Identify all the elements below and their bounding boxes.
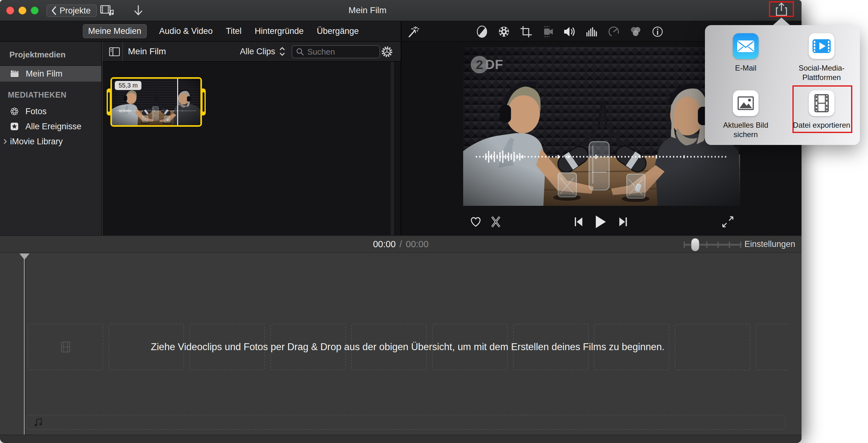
tab-uebergaenge[interactable]: Übergänge bbox=[316, 25, 360, 38]
clip-placeholder bbox=[270, 324, 346, 370]
next-frame-button[interactable] bbox=[615, 214, 631, 230]
clip-trim-handle-right[interactable] bbox=[201, 88, 206, 115]
tab-hintergruende[interactable]: Hintergründe bbox=[254, 25, 304, 38]
volume-button[interactable] bbox=[563, 25, 577, 39]
fullscreen-arrows-icon bbox=[721, 215, 734, 228]
clip-placeholder bbox=[189, 324, 265, 370]
crop-button[interactable] bbox=[519, 25, 533, 39]
import-button[interactable] bbox=[131, 4, 146, 18]
speed-button[interactable] bbox=[607, 25, 621, 39]
minimize-window-button[interactable] bbox=[19, 7, 26, 14]
magic-wand-icon bbox=[407, 25, 419, 38]
viewer-controls bbox=[463, 211, 740, 232]
audio-track-placeholder bbox=[26, 415, 786, 430]
browser-settings-button[interactable] bbox=[380, 46, 394, 58]
share-option-email[interactable]: E-Mail bbox=[709, 33, 782, 73]
imovie-window: Projekte Mein Film bbox=[0, 0, 802, 443]
enhance-button[interactable] bbox=[406, 25, 420, 39]
content-tab-band: Meine Medien Audio & Video Titel Hinterg… bbox=[0, 21, 802, 42]
media-browser-button[interactable] bbox=[100, 4, 114, 18]
gear-icon bbox=[381, 46, 393, 58]
sidebar-item-alle-ereignisse[interactable]: Alle Ereignisse bbox=[0, 119, 101, 134]
sidebar-item-fotos[interactable]: Fotos bbox=[0, 104, 101, 119]
clip-filter-dropdown[interactable]: Alle Clips bbox=[240, 42, 285, 61]
color-correction-button[interactable] bbox=[497, 25, 511, 39]
skimmer-playhead[interactable] bbox=[177, 79, 178, 125]
time-display: 00:00 / 00:00 bbox=[0, 236, 802, 252]
play-button[interactable] bbox=[592, 214, 609, 230]
eq-bars-icon bbox=[585, 25, 598, 38]
close-window-button[interactable] bbox=[6, 7, 14, 14]
noise-equalizer-button[interactable] bbox=[585, 25, 599, 39]
sidebar-item-mein-film[interactable]: Mein Film bbox=[0, 66, 101, 82]
tab-audio-video[interactable]: Audio & Video bbox=[159, 25, 214, 38]
sidebar-item-label: Fotos bbox=[25, 107, 47, 116]
disclosure-chevron-icon bbox=[2, 138, 7, 145]
filters-button[interactable] bbox=[628, 25, 643, 39]
projects-back-button[interactable]: Projekte bbox=[46, 4, 97, 17]
toggle-sidebar-button[interactable] bbox=[107, 46, 121, 57]
timeline-settings-button[interactable]: Einstellungen bbox=[744, 236, 795, 252]
zdf-watermark: 2 DF bbox=[471, 56, 503, 73]
share-popover: E-Mail Social-Media-Plattformen bbox=[705, 25, 860, 145]
clip-placeholder bbox=[513, 324, 589, 370]
clip-trim-handle-left[interactable] bbox=[106, 88, 111, 115]
overlap-circles-icon bbox=[629, 25, 642, 38]
favorite-button[interactable] bbox=[468, 214, 484, 230]
timeline-header: 00:00 / 00:00 Einstellungen bbox=[0, 235, 802, 253]
tab-titel[interactable]: Titel bbox=[225, 25, 242, 38]
slider-thumb[interactable] bbox=[691, 238, 699, 251]
search-icon bbox=[296, 48, 304, 56]
sidebar-section-projects: Projektmedien bbox=[0, 42, 101, 65]
clip-placeholder bbox=[108, 324, 184, 370]
media-clip[interactable]: 55,3 m bbox=[111, 77, 202, 127]
fullscreen-button[interactable] bbox=[720, 214, 736, 230]
annotation-export-highlight bbox=[793, 85, 852, 133]
info-button[interactable] bbox=[650, 25, 665, 39]
zoom-window-button[interactable] bbox=[31, 7, 38, 14]
share-option-social-media[interactable]: Social-Media-Plattformen bbox=[785, 33, 858, 82]
sidebar-section-libraries: MEDIATHEKEN bbox=[0, 82, 101, 104]
popover-arrow bbox=[773, 18, 790, 25]
libraries-sidebar: Projektmedien Mein Film MEDIATHEKEN bbox=[0, 42, 102, 235]
video-preview[interactable]: 2 DF bbox=[463, 47, 740, 206]
previous-frame-button[interactable] bbox=[570, 214, 587, 230]
stabilization-button[interactable] bbox=[540, 25, 555, 39]
timeline-playhead-handle[interactable] bbox=[20, 254, 29, 260]
tab-meine-medien[interactable]: Meine Medien bbox=[83, 24, 147, 38]
social-media-icon bbox=[809, 33, 834, 59]
sidebar-toggle-icon bbox=[109, 48, 120, 56]
timeline-zoom-slider[interactable] bbox=[684, 240, 742, 249]
film-note-icon bbox=[100, 5, 114, 16]
sidebar-item-label: Mein Film bbox=[26, 69, 62, 79]
clip-placeholder bbox=[675, 324, 750, 370]
play-icon bbox=[594, 215, 607, 229]
share-option-save-frame[interactable]: Aktuelles Bild sichern bbox=[705, 90, 786, 139]
clip-placeholder-row bbox=[28, 324, 788, 370]
clip-duration-badge: 55,3 m bbox=[115, 81, 142, 90]
clip-placeholder bbox=[432, 324, 508, 370]
total-time: 00:00 bbox=[406, 239, 429, 249]
share-option-label: E-Mail bbox=[714, 63, 777, 73]
window-bottom-strip bbox=[0, 435, 802, 443]
info-icon bbox=[651, 25, 664, 38]
current-time: 00:00 bbox=[373, 239, 396, 249]
sidebar-item-imovie-library[interactable]: iMovie Library bbox=[0, 134, 101, 149]
color-balance-button[interactable] bbox=[475, 25, 489, 39]
search-input[interactable] bbox=[307, 47, 370, 57]
music-note-icon bbox=[34, 418, 43, 427]
header-divider bbox=[122, 42, 123, 61]
clip-placeholder bbox=[756, 324, 788, 370]
media-tabs: Meine Medien Audio & Video Titel Hinterg… bbox=[0, 21, 401, 42]
video-frame bbox=[463, 47, 740, 206]
timeline[interactable]: Ziehe Videoclips und Fotos per Drag & Dr… bbox=[0, 253, 802, 435]
timeline-playhead-line[interactable] bbox=[24, 254, 25, 435]
clip-placeholder bbox=[28, 324, 103, 370]
browser-header: Mein Film Alle Clips bbox=[102, 42, 401, 62]
reject-button[interactable] bbox=[488, 214, 504, 230]
reject-x-icon bbox=[490, 215, 501, 228]
search-field[interactable] bbox=[291, 45, 380, 58]
browser-title: Mein Film bbox=[128, 42, 166, 61]
photos-flower-icon bbox=[10, 107, 19, 115]
browser-scrollbar[interactable] bbox=[391, 62, 394, 235]
